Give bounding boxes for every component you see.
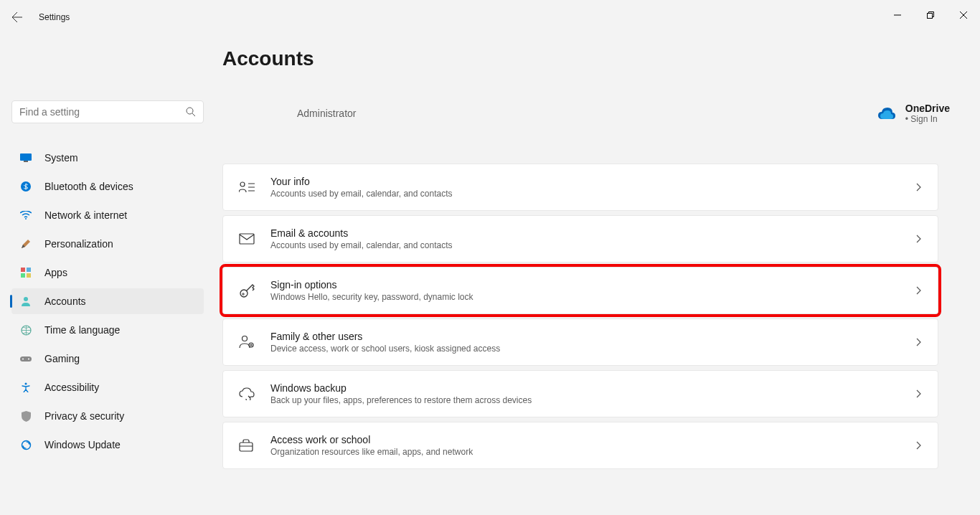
- maximize-icon: [927, 11, 934, 19]
- svg-rect-23: [240, 443, 253, 451]
- card-sub: Windows Hello, security key, password, d…: [270, 292, 916, 302]
- search-input[interactable]: [19, 106, 186, 118]
- nav-label: Bluetooth & devices: [44, 181, 133, 192]
- svg-point-10: [24, 297, 28, 301]
- paintbrush-icon: [19, 238, 33, 250]
- svg-rect-9: [27, 273, 31, 278]
- mail-icon: [239, 233, 256, 245]
- main-content: Accounts Administrator OneDrive Sign In …: [215, 34, 980, 515]
- nav-time-language[interactable]: Time & language: [11, 317, 204, 343]
- chevron-right-icon: [916, 235, 922, 243]
- svg-point-5: [25, 218, 27, 219]
- nav-list: System Bluetooth & devices Network & int…: [11, 145, 204, 458]
- search-box[interactable]: [11, 100, 204, 123]
- your-info-icon: [239, 181, 256, 194]
- maximize-button[interactable]: [914, 4, 947, 27]
- svg-point-20: [242, 293, 244, 295]
- gamepad-icon: [19, 355, 33, 363]
- nav-label: Gaming: [44, 353, 80, 364]
- briefcase-icon: [239, 439, 256, 452]
- card-your-info[interactable]: Your info Accounts used by email, calend…: [222, 164, 938, 211]
- card-sign-in-options[interactable]: Sign-in options Windows Hello, security …: [222, 267, 938, 314]
- nav-label: Time & language: [44, 324, 120, 336]
- card-title: Your info: [270, 176, 916, 187]
- back-button[interactable]: [0, 0, 34, 34]
- close-button[interactable]: [947, 4, 980, 27]
- card-windows-backup[interactable]: Windows backup Back up your files, apps,…: [222, 370, 938, 417]
- chevron-right-icon: [916, 389, 922, 398]
- card-title: Email & accounts: [270, 227, 916, 239]
- nav-apps[interactable]: Apps: [11, 260, 204, 285]
- key-icon: [239, 283, 256, 298]
- app-title: Settings: [39, 12, 70, 22]
- accessibility-icon: [19, 382, 33, 392]
- card-email-accounts[interactable]: Email & accounts Accounts used by email,…: [222, 215, 938, 263]
- svg-rect-12: [20, 356, 32, 362]
- sidebar: System Bluetooth & devices Network & int…: [0, 34, 215, 515]
- family-icon: [239, 335, 256, 349]
- card-sub: Accounts used by email, calendar, and co…: [270, 189, 916, 199]
- chevron-right-icon: [916, 183, 922, 192]
- nav-label: Privacy & security: [44, 410, 124, 422]
- arrow-left-icon: [11, 11, 23, 23]
- nav-windows-update[interactable]: Windows Update: [11, 432, 204, 458]
- card-title: Windows backup: [270, 382, 916, 394]
- page-title: Accounts: [222, 47, 973, 70]
- close-icon: [960, 11, 967, 19]
- wifi-icon: [19, 211, 33, 219]
- nav-label: Network & internet: [44, 209, 127, 221]
- chevron-right-icon: [916, 338, 922, 346]
- nav-label: System: [44, 152, 78, 164]
- card-sub: Accounts used by email, calendar, and co…: [270, 240, 916, 250]
- bluetooth-icon: [19, 181, 33, 192]
- nav-personalization[interactable]: Personalization: [11, 231, 204, 257]
- nav-label: Windows Update: [44, 439, 121, 450]
- onedrive-title: OneDrive: [905, 103, 950, 114]
- nav-label: Apps: [44, 267, 67, 278]
- card-title: Family & other users: [270, 331, 916, 342]
- svg-point-14: [28, 358, 29, 359]
- svg-point-15: [25, 383, 27, 385]
- card-sub: Organization resources like email, apps,…: [270, 447, 916, 457]
- update-icon: [19, 440, 33, 450]
- user-row: Administrator OneDrive Sign In: [222, 92, 973, 135]
- svg-rect-7: [27, 268, 31, 272]
- card-sub: Device access, work or school users, kio…: [270, 344, 916, 354]
- nav-bluetooth[interactable]: Bluetooth & devices: [11, 174, 204, 199]
- card-title: Sign-in options: [270, 279, 916, 290]
- titlebar: Settings: [0, 0, 980, 34]
- nav-gaming[interactable]: Gaming: [11, 346, 204, 372]
- onedrive-icon: [878, 108, 895, 119]
- nav-system[interactable]: System: [11, 145, 204, 171]
- onedrive-action: Sign In: [905, 114, 950, 124]
- backup-icon: [239, 387, 256, 400]
- nav-accounts[interactable]: Accounts: [11, 288, 204, 314]
- person-icon: [19, 296, 33, 306]
- svg-rect-3: [24, 161, 28, 162]
- svg-rect-0: [928, 14, 933, 19]
- svg-point-21: [242, 336, 248, 341]
- card-title: Access work or school: [270, 434, 916, 445]
- apps-icon: [19, 268, 33, 278]
- svg-rect-8: [21, 273, 25, 278]
- nav-accessibility[interactable]: Accessibility: [11, 374, 204, 400]
- nav-privacy[interactable]: Privacy & security: [11, 403, 204, 429]
- svg-point-1: [187, 108, 193, 114]
- svg-rect-2: [20, 153, 32, 161]
- nav-label: Accounts: [44, 296, 86, 307]
- onedrive-tile[interactable]: OneDrive Sign In: [878, 103, 950, 124]
- card-sub: Back up your files, apps, preferences to…: [270, 395, 916, 405]
- nav-label: Accessibility: [44, 382, 99, 393]
- shield-icon: [19, 411, 33, 422]
- search-icon: [186, 107, 196, 117]
- card-family-users[interactable]: Family & other users Device access, work…: [222, 318, 938, 366]
- nav-label: Personalization: [44, 238, 113, 250]
- svg-point-17: [240, 182, 245, 186]
- chevron-right-icon: [916, 286, 922, 295]
- svg-rect-18: [240, 234, 254, 244]
- nav-network[interactable]: Network & internet: [11, 202, 204, 228]
- minimize-icon: [894, 11, 901, 19]
- minimize-button[interactable]: [881, 4, 914, 27]
- chevron-right-icon: [916, 441, 922, 450]
- card-work-school[interactable]: Access work or school Organization resou…: [222, 422, 938, 469]
